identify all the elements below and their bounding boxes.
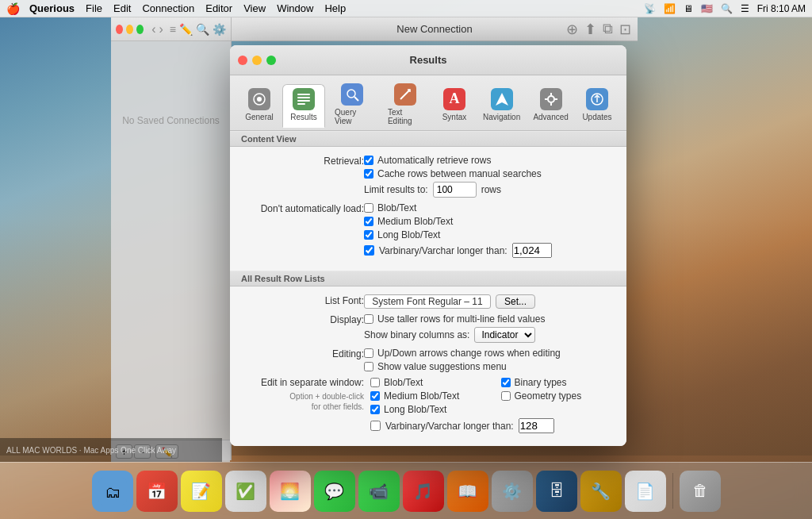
all-result-header: All Result Row Lists (230, 271, 626, 286)
share-icon[interactable]: ⬆ (584, 21, 596, 38)
prefs-tl-green[interactable] (266, 56, 276, 65)
dock-sysprefs[interactable]: ⚙️ (492, 471, 533, 512)
action-icon[interactable]: ⊡ (619, 21, 631, 38)
svg-line-8 (400, 90, 410, 99)
cache-rows-checkbox[interactable] (364, 169, 373, 179)
prefs-title: Results (230, 54, 626, 66)
varbinary-row: Varbinary/Varchar longer than: 1,024 (364, 243, 615, 258)
medium-blob-row: Medium Blob/Text (364, 216, 615, 227)
prefs-titlebar: Results (230, 45, 626, 75)
auto-retrieve-checkbox[interactable] (364, 156, 373, 165)
dock-finder[interactable]: 🗂 (92, 471, 133, 512)
add-connection-btn[interactable]: ⊕ (566, 21, 578, 38)
dock-calendar[interactable]: 📅 (136, 471, 178, 512)
ew-binary-label: Binary types (515, 377, 567, 388)
traffic-green[interactable] (136, 25, 144, 34)
menubar-app-name[interactable]: Querious (29, 2, 75, 14)
dock-notes[interactable]: 📝 (181, 471, 222, 512)
dock-separator (672, 473, 673, 509)
dock-app1[interactable]: 🔧 (580, 471, 622, 512)
ew-medium-blob-checkbox[interactable] (370, 391, 380, 401)
menubar-editor[interactable]: Editor (205, 2, 232, 14)
tab-syntax[interactable]: A Syntax (433, 85, 476, 126)
gear-icon[interactable]: ⚙️ (213, 23, 226, 36)
ew-long-blob-row: Long Blob/Text (370, 404, 485, 415)
prefs-tl-yellow[interactable] (252, 56, 262, 65)
menubar-help[interactable]: Help (324, 2, 346, 14)
tab-results-label: Results (290, 113, 316, 121)
editing-content: Up/Down arrows change rows when editing … (364, 348, 615, 372)
svg-point-1 (257, 97, 262, 102)
dont-load-content: Blob/Text Medium Blob/Text Long Blob/Tex… (364, 202, 615, 258)
menubar-connection[interactable]: Connection (142, 2, 194, 14)
traffic-yellow[interactable] (126, 25, 133, 34)
ew-long-blob-label: Long Blob/Text (384, 404, 446, 415)
tab-updates[interactable]: Updates (576, 85, 619, 126)
watermark-bar: ALL MAC WORLDS · Mac Apps One Click Away (0, 438, 222, 462)
font-display: System Font Regular – 11 Set... (364, 294, 615, 309)
taller-rows-checkbox[interactable] (364, 314, 373, 324)
ew-varbinary-checkbox[interactable] (370, 421, 381, 431)
nav-forward-icon[interactable]: › (159, 22, 163, 37)
auto-retrieve-row: Automatically retrieve rows (364, 155, 615, 166)
menubar-edit[interactable]: Edit (113, 2, 131, 14)
tab-results[interactable]: Results (282, 84, 325, 128)
ew-medium-blob-label: Medium Blob/Text (384, 390, 459, 402)
ew-geometry-checkbox[interactable] (501, 391, 511, 401)
duplicate-icon[interactable]: ⧉ (603, 21, 613, 38)
dock-app2[interactable]: 📄 (625, 471, 666, 512)
tab-text-editing[interactable]: Text Editing (380, 80, 431, 130)
results-tab-icon (293, 88, 315, 110)
ew-long-blob-checkbox[interactable] (370, 405, 380, 414)
tab-general[interactable]: General (238, 85, 281, 126)
dock-music[interactable]: 🎵 (403, 471, 444, 512)
varbinary-value-input[interactable]: 1,024 (512, 243, 552, 258)
limit-results-input[interactable]: 100 (433, 182, 477, 198)
tab-navigation[interactable]: Navigation (477, 85, 526, 126)
tab-advanced[interactable]: Advanced (527, 85, 574, 126)
dock-reminders[interactable]: ✅ (225, 471, 266, 512)
dock-querious[interactable]: 🗄 (536, 471, 577, 512)
dock-facetime[interactable]: 📹 (358, 471, 400, 512)
ew-binary-checkbox[interactable] (501, 378, 511, 387)
menubar-view[interactable]: View (243, 2, 266, 14)
ew-blob-checkbox[interactable] (370, 378, 380, 387)
ew-blob-label: Blob/Text (384, 377, 423, 388)
search-icon[interactable]: 🔍 (196, 23, 209, 36)
edit-icon[interactable]: ✏️ (179, 23, 193, 36)
varbinary-checkbox[interactable] (364, 245, 374, 256)
syntax-tab-icon: A (443, 88, 465, 110)
menubar-search-icon[interactable]: 🔍 (721, 3, 733, 14)
dock-ibooks[interactable]: 📖 (447, 471, 488, 512)
arrows-change-checkbox[interactable] (364, 348, 373, 358)
menubar-flag-icon: 🇺🇸 (701, 3, 713, 14)
long-blob-checkbox[interactable] (364, 230, 373, 240)
tab-navigation-label: Navigation (483, 113, 520, 121)
set-font-button[interactable]: Set... (496, 294, 535, 309)
tab-text-editing-label: Text Editing (388, 108, 423, 125)
query-view-tab-icon (341, 83, 363, 106)
prefs-tl-red[interactable] (238, 56, 247, 65)
blob-text-label: Blob/Text (377, 202, 416, 213)
cache-rows-row: Cache rows between manual searches (364, 168, 615, 179)
dock-trash[interactable]: 🗑 (680, 471, 721, 512)
apple-menu[interactable]: 🍎 (6, 2, 20, 15)
blob-text-row: Blob/Text (364, 202, 615, 213)
ew-geometry-row: Geometry types (501, 390, 616, 402)
list-icon[interactable]: ≡ (170, 23, 176, 36)
show-suggestions-checkbox[interactable] (364, 362, 373, 371)
dock-photos[interactable]: 🌅 (270, 471, 311, 512)
menubar-window[interactable]: Window (277, 2, 313, 14)
sidebar-toolbar: ‹ › ≡ ✏️ 🔍 ⚙️ (111, 17, 231, 41)
blob-text-checkbox[interactable] (364, 203, 373, 213)
show-binary-select[interactable]: Indicator Hex Text (474, 327, 535, 343)
ew-varbinary-input[interactable]: 128 (519, 418, 554, 433)
tab-query-view[interactable]: Query View (327, 80, 378, 130)
tab-syntax-label: Syntax (442, 113, 467, 121)
menubar-file[interactable]: File (86, 2, 102, 14)
dock-messages[interactable]: 💬 (314, 471, 355, 512)
nav-back-icon[interactable]: ‹ (151, 22, 155, 37)
medium-blob-checkbox[interactable] (364, 217, 373, 226)
menubar-menu-icon[interactable]: ☰ (741, 3, 749, 14)
traffic-red[interactable] (116, 25, 123, 34)
